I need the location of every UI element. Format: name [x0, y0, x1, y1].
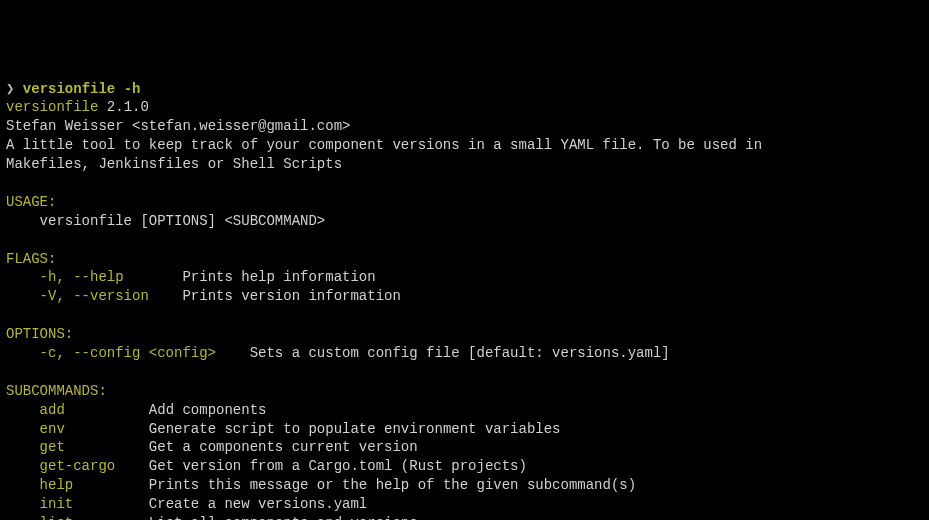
- subcommand-name: list: [40, 515, 74, 520]
- program-version: 2.1.0: [98, 99, 148, 115]
- subcommand-description: Get version from a Cargo.toml (Rust proj…: [149, 458, 527, 474]
- option-description: Sets a custom config file [default: vers…: [250, 345, 670, 361]
- program-name: versionfile: [6, 99, 98, 115]
- entered-command: versionfile -h: [23, 81, 141, 97]
- subcommand-line: list List all components and versions: [6, 514, 923, 520]
- subcommand-description: Generate script to populate environment …: [149, 421, 561, 437]
- subcommand-name: get: [40, 439, 65, 455]
- description-line: A little tool to keep track of your comp…: [6, 136, 923, 174]
- subcommand-name: get-cargo: [40, 458, 116, 474]
- subcommands-heading: SUBCOMMANDS:: [6, 382, 923, 401]
- usage-heading: USAGE:: [6, 193, 923, 212]
- subcommand-description: Add components: [149, 402, 267, 418]
- flag-name: -h, --help: [40, 269, 124, 285]
- prompt-symbol: ❯: [6, 81, 14, 97]
- subcommand-line: env Generate script to populate environm…: [6, 420, 923, 439]
- subcommand-description: Get a components current version: [149, 439, 418, 455]
- usage-text: versionfile [OPTIONS] <SUBCOMMAND>: [6, 212, 923, 231]
- author-line: Stefan Weisser <stefan.weisser@gmail.com…: [6, 117, 923, 136]
- subcommand-description: Create a new versions.yaml: [149, 496, 367, 512]
- terminal-output: ❯ versionfile -hversionfile 2.1.0Stefan …: [6, 80, 923, 520]
- flag-description: Prints version information: [182, 288, 400, 304]
- subcommand-name: env: [40, 421, 65, 437]
- subcommand-line: init Create a new versions.yaml: [6, 495, 923, 514]
- subcommand-description: List all components and versions: [149, 515, 418, 520]
- options-heading: OPTIONS:: [6, 325, 923, 344]
- option-name: -c, --config <config>: [40, 345, 216, 361]
- flag-line: -h, --help Prints help information: [6, 268, 923, 287]
- subcommand-line: help Prints this message or the help of …: [6, 476, 923, 495]
- subcommand-description: Prints this message or the help of the g…: [149, 477, 636, 493]
- flags-heading: FLAGS:: [6, 250, 923, 269]
- flag-name: -V, --version: [40, 288, 149, 304]
- subcommand-name: help: [40, 477, 74, 493]
- option-line: -c, --config <config> Sets a custom conf…: [6, 344, 923, 363]
- subcommand-name: add: [40, 402, 65, 418]
- subcommand-line: get-cargo Get version from a Cargo.toml …: [6, 457, 923, 476]
- subcommand-name: init: [40, 496, 74, 512]
- program-version-line: versionfile 2.1.0: [6, 98, 923, 117]
- subcommand-line: get Get a components current version: [6, 438, 923, 457]
- subcommand-line: add Add components: [6, 401, 923, 420]
- flag-description: Prints help information: [182, 269, 375, 285]
- flag-line: -V, --version Prints version information: [6, 287, 923, 306]
- prompt-line[interactable]: ❯ versionfile -h: [6, 80, 923, 99]
